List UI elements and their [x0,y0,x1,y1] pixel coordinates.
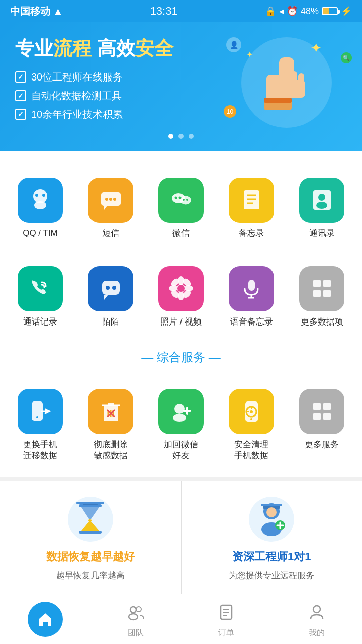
check-icon-1 [15,71,26,83]
check-icon-3 [15,109,26,120]
svg-point-18 [180,196,191,205]
svg-rect-73 [323,413,331,420]
battery-icon [322,7,338,15]
photos-icon-box [158,266,204,311]
svg-point-68 [250,410,253,413]
svg-point-53 [36,416,38,418]
contacts-icon-box [299,178,344,223]
more-data-label: 更多数据项 [301,316,343,328]
icon-clean-phone[interactable]: 安全清理手机数据 [216,383,287,467]
status-bar: 中国移动 ▲ 13:31 🔒 ◂ ⏰ 48% ⚡ [0,0,362,22]
icon-more-data[interactable]: 更多数据项 [287,260,357,334]
dot-1[interactable] [168,134,173,139]
svg-rect-75 [79,531,102,534]
svg-rect-78 [76,502,104,504]
icon-voice-memo[interactable]: 语音备忘录 [216,260,287,334]
svg-rect-48 [323,280,331,287]
battery-percent: 48% [301,6,319,17]
svg-rect-50 [323,290,331,297]
nav-profile-label: 我的 [309,628,325,638]
svg-point-16 [113,198,116,201]
feature-1: 30位工程师在线服务 [15,70,216,84]
memo-icon-box [229,178,274,223]
section-header: — 综合服务 — [0,339,362,373]
svg-point-10 [35,194,38,197]
info-card-engineer[interactable]: 资深工程师1对1 为您提供专业远程服务 [182,481,363,596]
svg-marker-31 [104,295,108,300]
deco-circle-2: 10 [224,105,236,118]
svg-point-88 [129,614,138,620]
check-icon-2 [15,90,26,101]
icon-more-services[interactable]: 更多服务 [287,383,357,467]
engineer-icon [249,497,294,542]
phone-transfer-label: 更换手机迁移数据 [23,439,57,461]
qq-tim-label: QQ / TIM [23,228,58,239]
svg-rect-49 [313,290,321,297]
svg-point-8 [33,189,47,203]
icon-sms[interactable]: 短信 [75,172,146,245]
icon-photos[interactable]: 照片 / 视频 [146,260,216,334]
nav-profile[interactable]: 我的 [272,594,362,644]
svg-point-22 [186,199,188,201]
dot-2[interactable] [178,134,184,139]
nav-home[interactable] [0,594,90,644]
info-card-recovery-desc: 越早恢复几率越高 [56,570,125,581]
carrier-wifi: 中国移动 ▲ [10,5,63,18]
svg-point-87 [130,607,136,613]
dot-3[interactable] [189,134,194,139]
svg-rect-81 [261,504,282,506]
calls-icon-box [18,266,63,311]
svg-rect-56 [108,403,114,405]
wifi-icon: ▲ [53,6,63,17]
svg-marker-13 [104,206,107,210]
sparkle-2: ✦ [246,50,253,59]
bottom-nav: 团队 订单 我的 [0,594,362,644]
svg-point-76 [88,519,92,521]
voice-memo-icon-box [229,266,274,311]
more-data-icon-box [299,266,344,311]
svg-point-19 [174,197,177,199]
icon-contacts[interactable]: 通讯录 [287,172,357,245]
add-wechat-icon-box [158,389,204,434]
svg-point-33 [112,286,116,290]
icon-memo[interactable]: 备忘录 [216,172,287,245]
info-card-recovery[interactable]: 数据恢复越早越好 越早恢复几率越高 [0,481,182,596]
clean-phone-icon-box [229,389,274,434]
svg-point-20 [178,197,181,199]
icon-qq-tim[interactable]: QQ / TIM [5,172,75,245]
svg-point-14 [105,198,108,201]
icon-momo[interactable]: 陌陌 [75,260,146,334]
icon-calls[interactable]: 通话记录 [5,260,75,334]
qq-tim-icon-box [18,178,63,223]
icon-phone-transfer[interactable]: 更换手机迁移数据 [5,383,75,467]
deco-circle-3: 🔍 [341,52,352,63]
nav-team-label: 团队 [128,628,144,638]
photos-label: 照片 / 视频 [160,316,202,328]
info-card-recovery-title: 数据恢复越早越好 [46,549,135,565]
icon-grid-3: 更换手机迁移数据 彻底删除敏感数据 加回微信好友 安全清理手机数据 [0,373,362,472]
svg-point-69 [250,418,252,420]
svg-rect-47 [313,280,321,287]
svg-point-21 [183,199,185,201]
icon-add-wechat[interactable]: 加回微信好友 [146,383,216,467]
nav-team[interactable]: 团队 [90,594,181,644]
svg-point-15 [109,198,112,201]
delete-data-label: 彻底删除敏感数据 [94,439,128,461]
svg-rect-72 [313,413,321,420]
banner-title: 专业流程 高效安全 [15,37,216,60]
svg-point-9 [34,201,46,209]
momo-label: 陌陌 [102,316,119,328]
icon-delete-data[interactable]: 彻底删除敏感数据 [75,383,146,467]
banner-illustration: ✦ ✦ 👤 10 [221,32,352,133]
feature-2: 自动化数据检测工具 [15,89,216,103]
svg-rect-70 [313,403,321,410]
nav-orders[interactable]: 订单 [181,594,272,644]
info-cards: 数据恢复越早越好 越早恢复几率越高 [0,477,362,596]
orders-icon [214,600,239,625]
nav-orders-label: 订单 [218,628,234,638]
add-wechat-label: 加回微信好友 [164,439,198,461]
icon-wechat[interactable]: 微信 [146,172,216,245]
sparkle-1: ✦ [310,40,322,56]
momo-icon-box [88,266,133,311]
main-content: QQ / TIM 短信 微信 备忘录 通讯录 [0,151,362,606]
